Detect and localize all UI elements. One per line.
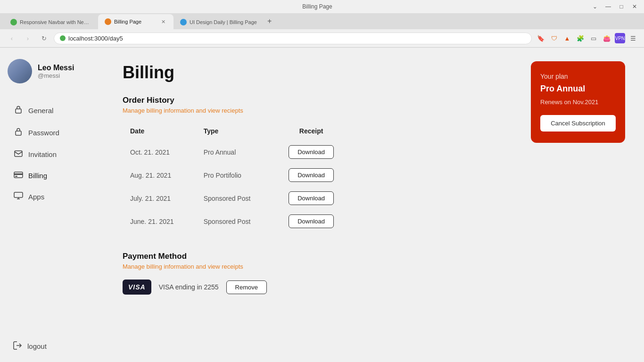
bookmark-icon[interactable]: 🔖	[536, 33, 546, 43]
url-bar[interactable]: localhost:3000/day5	[54, 33, 532, 44]
cell-receipt: Download	[273, 140, 349, 164]
user-info: Leo Messi @messi	[38, 64, 74, 79]
payment-method-subtitle: Manage billing information and view rece…	[123, 263, 625, 270]
window-controls: ⌄ — □ ✕	[591, 3, 638, 10]
svg-rect-6	[14, 192, 23, 197]
wallet-icon[interactable]: 👛	[602, 33, 612, 43]
tab-close-2[interactable]: ✕	[159, 18, 167, 25]
sidebar-item-general[interactable]: General	[8, 100, 96, 121]
vpn-badge[interactable]: VPN	[615, 33, 625, 43]
reload-button[interactable]: ↻	[38, 32, 50, 44]
title-bar: Billing Page ⌄ — □ ✕	[0, 0, 644, 13]
user-profile: Leo Messi @messi	[8, 59, 96, 83]
plan-card-renews: Renews on Nov.2021	[540, 99, 616, 106]
cell-type: Sponsored Post	[196, 187, 273, 210]
tab-label-1: Responsive Navbar with Next.js	[20, 19, 91, 25]
tab-label-3: UI Design Daily | Billing Page	[190, 19, 257, 25]
user-handle: @messi	[38, 72, 74, 79]
table-row: July. 21. 2021 Sponsored Post Download	[123, 187, 349, 210]
svg-rect-0	[16, 109, 21, 113]
col-type: Type	[196, 123, 273, 140]
address-bar: ‹ › ↻ localhost:3000/day5 🔖 🛡 ▲ 🧩 ▭ 👛 VP…	[0, 29, 644, 47]
download-button-3[interactable]: Download	[289, 214, 334, 228]
cell-type: Pro Portifolio	[196, 164, 273, 187]
cell-type: Pro Annual	[196, 140, 273, 164]
window-title: Billing Page	[302, 3, 332, 10]
payment-row: VISA VISA ending in 2255 Remove	[123, 280, 625, 295]
address-right: 🔖 🛡 ▲ 🧩 ▭ 👛 VPN ☰	[536, 33, 638, 43]
table-row: June. 21. 2021 Sponsored Post Download	[123, 210, 349, 233]
lock-icon-2	[13, 127, 24, 138]
sidebar-item-apps[interactable]: Apps	[8, 187, 96, 206]
plan-card-label: Your plan	[540, 73, 616, 80]
tabs-bar: Responsive Navbar with Next.js Billing P…	[0, 13, 644, 29]
forward-button[interactable]: ›	[22, 32, 34, 44]
plan-card-name: Pro Annual	[540, 84, 616, 94]
svg-rect-4	[14, 173, 23, 175]
col-receipt: Receipt	[273, 123, 349, 140]
tab-billing-page[interactable]: Billing Page ✕	[98, 14, 173, 29]
svg-rect-2	[15, 151, 22, 156]
cell-receipt: Download	[273, 187, 349, 210]
envelope-icon	[13, 149, 24, 159]
download-button-2[interactable]: Download	[289, 191, 334, 205]
sidebar-item-password[interactable]: Password	[8, 123, 96, 143]
table-row: Oct. 21. 2021 Pro Annual Download	[123, 140, 349, 164]
tab-responsive-navbar[interactable]: Responsive Navbar with Next.js	[4, 15, 98, 29]
cell-date: Oct. 21. 2021	[123, 140, 196, 164]
sidebar-item-billing-label: Billing	[28, 172, 47, 180]
cell-receipt: Download	[273, 164, 349, 187]
back-button[interactable]: ‹	[6, 32, 18, 44]
logout-icon	[13, 341, 23, 351]
extensions-icon[interactable]: 🧩	[575, 33, 586, 43]
cell-receipt: Download	[273, 210, 349, 233]
chevron-down-icon[interactable]: ⌄	[591, 3, 599, 10]
menu-icon[interactable]: ☰	[628, 33, 638, 43]
remove-payment-button[interactable]: Remove	[226, 280, 267, 294]
download-button-0[interactable]: Download	[289, 145, 334, 159]
sidebar-item-password-label: Password	[28, 129, 59, 137]
tab-favicon-3	[180, 19, 187, 25]
visa-ending-text: VISA ending in 2255	[159, 283, 219, 291]
sidebar-item-apps-label: Apps	[28, 193, 44, 201]
tab-favicon-1	[10, 19, 17, 25]
sidebar-toggle-icon[interactable]: ▭	[588, 33, 599, 43]
svg-rect-1	[16, 131, 21, 135]
table-row: Aug. 21. 2021 Pro Portifolio Download	[123, 164, 349, 187]
tab-favicon-2	[105, 18, 111, 25]
user-name: Leo Messi	[38, 64, 74, 72]
visa-logo: VISA	[123, 280, 151, 295]
monitor-icon	[13, 192, 24, 202]
brave-shield-icon[interactable]: 🛡	[549, 33, 559, 43]
maximize-button[interactable]: □	[618, 3, 625, 10]
sidebar-item-general-label: General	[28, 107, 53, 115]
new-tab-button[interactable]: +	[264, 13, 275, 29]
cell-date: June. 21. 2021	[123, 210, 196, 233]
sidebar-item-invitation[interactable]: Invitation	[8, 145, 96, 164]
plan-card: Your plan Pro Annual Renews on Nov.2021 …	[531, 61, 625, 143]
sidebar-item-invitation-label: Invitation	[28, 150, 57, 158]
creditcard-icon	[13, 171, 24, 181]
minimize-button[interactable]: —	[604, 3, 612, 10]
security-icon	[60, 35, 66, 41]
payment-method-title: Payment Method	[123, 252, 625, 261]
sidebar-bottom: logout	[8, 329, 96, 356]
brave-rewards-icon[interactable]: ▲	[562, 33, 572, 43]
close-button[interactable]: ✕	[631, 3, 638, 10]
col-date: Date	[123, 123, 196, 140]
nav-menu: General Password Invitat	[8, 100, 96, 329]
logout-label: logout	[27, 342, 47, 350]
svg-rect-5	[15, 176, 17, 177]
lock-icon	[13, 105, 24, 116]
tab-label-2: Billing Page	[114, 19, 141, 25]
browser-chrome: Billing Page ⌄ — □ ✕ Responsive Navbar w…	[0, 0, 644, 48]
url-text: localhost:3000/day5	[68, 35, 123, 42]
sidebar-item-billing[interactable]: Billing	[8, 166, 96, 185]
cell-type: Sponsored Post	[196, 210, 273, 233]
logout-button[interactable]: logout	[8, 337, 96, 356]
cell-date: July. 21. 2021	[123, 187, 196, 210]
download-button-1[interactable]: Download	[289, 168, 334, 182]
avatar	[8, 59, 32, 83]
tab-ui-design-daily[interactable]: UI Design Daily | Billing Page	[173, 15, 264, 29]
cancel-subscription-button[interactable]: Cancel Subscription	[540, 115, 616, 132]
